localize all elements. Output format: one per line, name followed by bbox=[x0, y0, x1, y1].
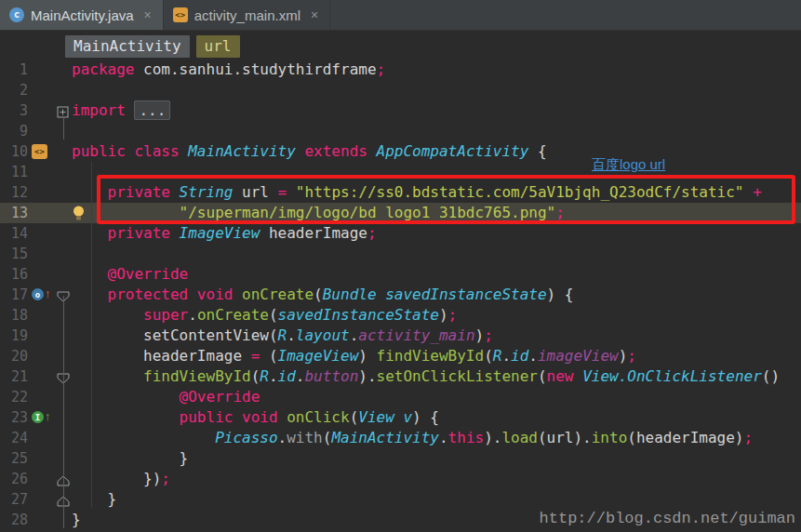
code-line[interactable]: 20 headerImage = (ImageView) findViewByI… bbox=[0, 346, 801, 366]
code-text[interactable]: @Override bbox=[72, 264, 188, 285]
code-line[interactable]: 27 } bbox=[0, 489, 801, 510]
line-number: 20 bbox=[0, 346, 28, 366]
code-line[interactable]: 23I↑ public void onClick(View v) { bbox=[0, 407, 801, 428]
code-text[interactable]: protected void onCreate(Bundle savedInst… bbox=[72, 285, 573, 305]
gutter: 1 bbox=[0, 60, 71, 80]
code-line[interactable]: 10<>public class MainActivity extends Ap… bbox=[0, 141, 801, 162]
code-line[interactable]: 24 Picasso.with(MainActivity.this).load(… bbox=[0, 428, 801, 448]
line-number: 12 bbox=[0, 182, 28, 203]
code-line[interactable]: 16 @Override bbox=[0, 264, 801, 285]
code-area: 1package com.sanhui.studythirdframe;23im… bbox=[0, 60, 801, 530]
code-line[interactable]: 13 "/superman/img/logo/bd_logo1_31bdc765… bbox=[0, 203, 801, 223]
line-number: 22 bbox=[0, 387, 28, 407]
tab-activity-main-xml[interactable]: <> activity_main.xml × bbox=[164, 0, 330, 30]
code-text[interactable]: "/superman/img/logo/bd_logo1_31bdc765.pn… bbox=[72, 203, 565, 223]
line-number: 3 bbox=[0, 100, 28, 121]
code-text[interactable]: import ... bbox=[72, 100, 170, 121]
line-number: 28 bbox=[0, 510, 28, 530]
code-line[interactable]: 25 } bbox=[0, 448, 801, 469]
code-text[interactable]: findViewById(R.id.button).setOnClickList… bbox=[72, 366, 780, 387]
line-number: 13 bbox=[0, 203, 28, 223]
annotation-label: 百度logo url bbox=[592, 156, 665, 174]
gutter: 3 bbox=[0, 100, 71, 121]
gutter: 2 bbox=[0, 80, 71, 100]
gutter: 10<> bbox=[0, 141, 71, 162]
code-text[interactable]: private String url = "https://ss0.bdstat… bbox=[72, 182, 762, 203]
code-text[interactable]: private ImageView headerImage; bbox=[72, 223, 377, 244]
code-line[interactable]: 14 private ImageView headerImage; bbox=[0, 223, 801, 244]
line-number: 17 bbox=[0, 285, 28, 305]
code-line[interactable]: 3import ... bbox=[0, 100, 801, 121]
line-number: 2 bbox=[0, 80, 28, 100]
code-line[interactable]: 9 bbox=[0, 121, 801, 141]
breadcrumb-field[interactable]: url bbox=[196, 35, 240, 58]
line-number: 18 bbox=[0, 305, 28, 326]
fold-line bbox=[63, 117, 64, 140]
gutter: 23I↑ bbox=[0, 407, 71, 428]
code-text[interactable]: Picasso.with(MainActivity.this).load(url… bbox=[72, 428, 753, 448]
fold-line bbox=[63, 296, 64, 528]
close-icon[interactable]: × bbox=[311, 7, 318, 22]
line-number: 1 bbox=[0, 60, 28, 80]
code-text[interactable]: public void onClick(View v) { bbox=[72, 407, 439, 428]
code-line[interactable]: 18 super.onCreate(savedInstanceState); bbox=[0, 305, 801, 326]
gutter: 20 bbox=[0, 346, 71, 366]
gutter: 26 bbox=[0, 469, 71, 489]
gutter: 17o↑ bbox=[0, 285, 71, 305]
gutter: 13 bbox=[0, 203, 71, 223]
code-text[interactable]: setContentView(R.layout.activity_main); bbox=[72, 326, 493, 346]
code-line[interactable]: 12 private String url = "https://ss0.bds… bbox=[0, 182, 801, 203]
line-number: 14 bbox=[0, 223, 28, 244]
line-number: 9 bbox=[0, 121, 28, 141]
code-text[interactable]: super.onCreate(savedInstanceState); bbox=[72, 305, 457, 326]
code-line[interactable]: 22 @Override bbox=[0, 387, 801, 407]
code-text[interactable]: package com.sanhui.studythirdframe; bbox=[72, 60, 385, 80]
gutter: 28 bbox=[0, 510, 71, 530]
gutter: 19 bbox=[0, 326, 71, 346]
code-text[interactable]: } bbox=[72, 448, 188, 469]
code-text[interactable]: headerImage = (ImageView) findViewById(R… bbox=[72, 346, 636, 366]
close-icon[interactable]: × bbox=[144, 7, 152, 22]
code-line[interactable]: 1package com.sanhui.studythirdframe; bbox=[0, 60, 801, 80]
code-text[interactable]: public class MainActivity extends AppCom… bbox=[72, 141, 547, 162]
code-editor[interactable]: 1package com.sanhui.studythirdframe;23im… bbox=[0, 31, 801, 532]
code-line[interactable]: 21 findViewById(R.id.button).setOnClickL… bbox=[0, 366, 801, 387]
code-line[interactable]: 26 }); bbox=[0, 469, 801, 489]
gutter: 27 bbox=[0, 489, 71, 510]
tab-mainactivity-java[interactable]: c MainActivity.java × bbox=[0, 0, 164, 30]
code-line[interactable]: 11 bbox=[0, 162, 801, 182]
code-text[interactable]: }); bbox=[72, 469, 170, 489]
xml-file-icon: <> bbox=[173, 7, 188, 22]
code-text[interactable]: @Override bbox=[72, 387, 260, 407]
gutter: 25 bbox=[0, 448, 71, 469]
related-layout-file-icon[interactable]: <> bbox=[32, 144, 47, 159]
gutter: 22 bbox=[0, 387, 71, 407]
code-line[interactable]: 17o↑ protected void onCreate(Bundle save… bbox=[0, 285, 801, 305]
gutter: 18 bbox=[0, 305, 71, 326]
gutter: 12 bbox=[0, 182, 71, 203]
line-number: 21 bbox=[0, 366, 28, 387]
java-class-icon: c bbox=[9, 7, 24, 22]
line-number: 26 bbox=[0, 469, 28, 489]
line-number: 23 bbox=[0, 407, 28, 428]
gutter: 11 bbox=[0, 162, 71, 182]
code-line[interactable]: 15 bbox=[0, 244, 801, 264]
overrides-method-icon[interactable]: o↑ bbox=[32, 287, 51, 300]
line-number: 16 bbox=[0, 264, 28, 285]
watermark-text: http://blog.csdn.net/guiman bbox=[540, 510, 795, 527]
code-text[interactable]: } bbox=[72, 510, 81, 530]
implements-method-icon[interactable]: I↑ bbox=[32, 410, 51, 423]
gutter: 21 bbox=[0, 366, 71, 387]
tab-label: activity_main.xml bbox=[194, 7, 300, 23]
gutter: 9 bbox=[0, 121, 71, 141]
code-text[interactable]: } bbox=[72, 489, 116, 510]
code-line[interactable]: 19 setContentView(R.layout.activity_main… bbox=[0, 326, 801, 346]
line-number: 11 bbox=[0, 162, 28, 182]
breadcrumb-class[interactable]: MainActivity bbox=[65, 35, 190, 58]
line-number: 19 bbox=[0, 326, 28, 346]
tab-label: MainActivity.java bbox=[31, 7, 134, 23]
line-number: 24 bbox=[0, 428, 28, 448]
gutter: 14 bbox=[0, 223, 71, 244]
line-number: 27 bbox=[0, 489, 28, 510]
code-line[interactable]: 2 bbox=[0, 80, 801, 100]
